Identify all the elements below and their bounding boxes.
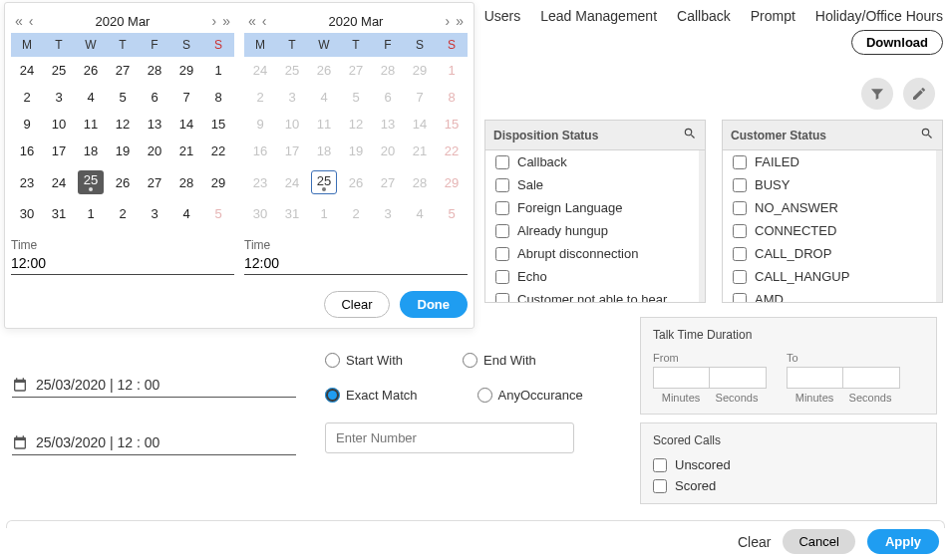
calendar-day[interactable]: 25: [308, 164, 340, 200]
calendar-day[interactable]: 28: [372, 57, 404, 84]
next-month-icon[interactable]: ›: [212, 13, 217, 29]
calendar-day[interactable]: 10: [43, 111, 75, 138]
calendar-day[interactable]: 20: [372, 138, 404, 164]
calendar-day[interactable]: 2: [107, 200, 139, 227]
calendar-day[interactable]: 5: [340, 84, 372, 111]
prev-year-icon[interactable]: «: [248, 13, 256, 29]
calendar-day[interactable]: 12: [107, 111, 139, 138]
calendar-day[interactable]: 9: [11, 111, 43, 138]
filter-option[interactable]: AMD: [723, 288, 936, 302]
calendar-day[interactable]: 6: [372, 84, 404, 111]
checkbox[interactable]: [733, 155, 747, 169]
chk-unscored[interactable]: Unscored: [653, 457, 924, 472]
nav-callback[interactable]: Callback: [677, 8, 731, 24]
calendar-day[interactable]: 29: [202, 164, 234, 200]
calendar-day[interactable]: 13: [372, 111, 404, 138]
calendar-day[interactable]: 14: [170, 111, 202, 138]
next-month-icon[interactable]: ›: [446, 13, 451, 29]
calendar-day[interactable]: 21: [404, 138, 436, 164]
calendar-day[interactable]: 19: [340, 138, 372, 164]
calendar-day[interactable]: 27: [340, 57, 372, 84]
filter-option[interactable]: CALL_HANGUP: [723, 265, 936, 288]
calendar-day[interactable]: 5: [107, 84, 139, 111]
calendar-day[interactable]: 1: [202, 57, 234, 84]
talk-to-seconds[interactable]: [843, 368, 899, 388]
filter-option[interactable]: CALL_DROP: [723, 242, 936, 265]
checkbox[interactable]: [495, 293, 509, 303]
calendar-day[interactable]: 17: [43, 138, 75, 164]
calendar-day[interactable]: 24: [11, 57, 43, 84]
edit-icon[interactable]: [903, 78, 935, 110]
calendar-day[interactable]: 28: [404, 164, 436, 200]
calendar-day[interactable]: 24: [244, 57, 276, 84]
calendar-day[interactable]: 1: [75, 200, 107, 227]
calendar-day[interactable]: 24: [276, 164, 308, 200]
calendar-day[interactable]: 7: [404, 84, 436, 111]
calendar-from[interactable]: «‹ 2020 Mar ›» MTWTFSS242526272829123456…: [11, 9, 234, 227]
calendar-day[interactable]: 15: [202, 111, 234, 138]
filter-option[interactable]: Callback: [485, 150, 699, 173]
calendar-day[interactable]: 26: [75, 57, 107, 84]
enter-number-input[interactable]: [325, 422, 574, 453]
calendar-day[interactable]: 18: [308, 138, 340, 164]
talk-to-minutes[interactable]: [788, 368, 843, 388]
calendar-day[interactable]: 3: [372, 200, 404, 227]
calendar-day[interactable]: 12: [340, 111, 372, 138]
radio-end-with[interactable]: End With: [463, 353, 536, 368]
calendar-day[interactable]: 4: [75, 84, 107, 111]
calendar-day[interactable]: 25: [43, 57, 75, 84]
footer-clear[interactable]: Clear: [738, 534, 771, 550]
calendar-day[interactable]: 28: [170, 164, 202, 200]
calendar-day[interactable]: 30: [244, 200, 276, 227]
calendar-day[interactable]: 18: [75, 138, 107, 164]
calendar-day[interactable]: 30: [11, 200, 43, 227]
calendar-day[interactable]: 3: [276, 84, 308, 111]
calendar-day[interactable]: 7: [170, 84, 202, 111]
filter-option[interactable]: Abrupt disconnection: [485, 242, 699, 265]
calendar-day[interactable]: 4: [404, 200, 436, 227]
talk-from-seconds[interactable]: [710, 368, 766, 388]
calendar-day[interactable]: 26: [340, 164, 372, 200]
calendar-day[interactable]: 16: [244, 138, 276, 164]
checkbox[interactable]: [495, 247, 509, 261]
calendar-day[interactable]: 3: [139, 200, 170, 227]
checkbox[interactable]: [495, 270, 509, 284]
calendar-day[interactable]: 8: [436, 84, 468, 111]
calendar-day[interactable]: 3: [43, 84, 75, 111]
calendar-day[interactable]: 17: [276, 138, 308, 164]
calendar-day[interactable]: 25: [276, 57, 308, 84]
radio-any-occurance[interactable]: AnyOccurance: [477, 388, 583, 403]
calendar-day[interactable]: 27: [372, 164, 404, 200]
calendar-day[interactable]: 26: [107, 164, 139, 200]
calendar-day[interactable]: 5: [202, 200, 234, 227]
filter-option[interactable]: Customer not able to hear: [485, 288, 699, 302]
calendar-day[interactable]: 21: [170, 138, 202, 164]
chk-scored[interactable]: Scored: [653, 478, 924, 493]
prev-month-icon[interactable]: ‹: [29, 13, 34, 29]
checkbox[interactable]: [733, 178, 747, 192]
calendar-day[interactable]: 16: [11, 138, 43, 164]
checkbox[interactable]: [733, 201, 747, 215]
calendar-day[interactable]: 1: [308, 200, 340, 227]
date-from-display[interactable]: 25/03/2020 | 12 : 00: [12, 377, 296, 398]
calendar-day[interactable]: 28: [139, 57, 170, 84]
calendar-day[interactable]: 23: [244, 164, 276, 200]
calendar-to[interactable]: «‹ 2020 Mar ›» MTWTFSS242526272829123456…: [244, 9, 468, 227]
calendar-day[interactable]: 24: [43, 164, 75, 200]
checkbox[interactable]: [733, 247, 747, 261]
filter-option[interactable]: NO_ANSWER: [723, 196, 936, 219]
filter-option[interactable]: BUSY: [723, 173, 936, 196]
calendar-day[interactable]: 27: [107, 57, 139, 84]
calendar-day[interactable]: 4: [170, 200, 202, 227]
radio-exact-match[interactable]: Exact Match: [325, 388, 418, 403]
radio-start-with[interactable]: Start With: [325, 353, 403, 368]
calendar-day[interactable]: 25: [75, 164, 107, 200]
calendar-day[interactable]: 29: [436, 164, 468, 200]
search-icon[interactable]: [920, 127, 934, 143]
calendar-day[interactable]: 31: [43, 200, 75, 227]
calendar-day[interactable]: 2: [244, 84, 276, 111]
next-year-icon[interactable]: »: [222, 13, 230, 29]
filter-option[interactable]: CONNECTED: [723, 219, 936, 242]
nav-prompt[interactable]: Prompt: [751, 8, 795, 24]
checkbox[interactable]: [495, 155, 509, 169]
